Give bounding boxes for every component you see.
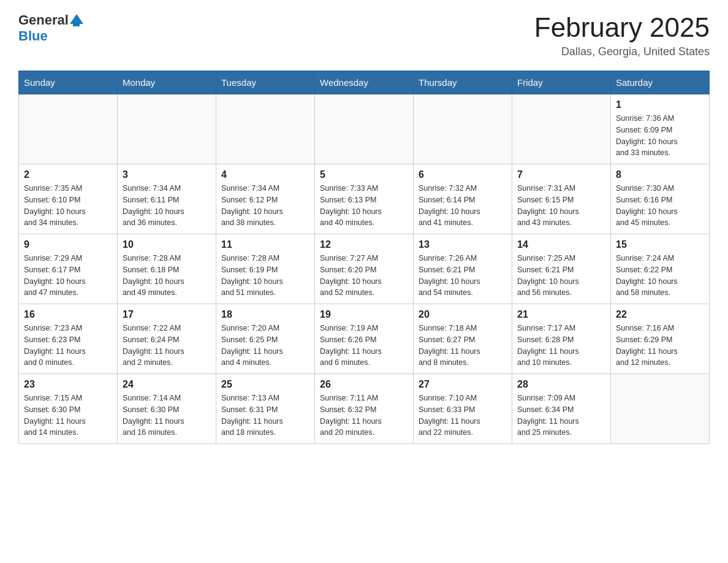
day-number: 2 [24,169,112,180]
day-info: Sunrise: 7:14 AM Sunset: 6:30 PM Dayligh… [123,393,211,439]
day-number: 13 [419,239,507,250]
calendar-cell: 13Sunrise: 7:26 AM Sunset: 6:21 PM Dayli… [414,234,512,304]
calendar-cell: 18Sunrise: 7:20 AM Sunset: 6:25 PM Dayli… [216,304,315,374]
calendar-cell: 26Sunrise: 7:11 AM Sunset: 6:32 PM Dayli… [315,374,414,444]
calendar-cell: 20Sunrise: 7:18 AM Sunset: 6:27 PM Dayli… [414,304,512,374]
calendar-cell: 28Sunrise: 7:09 AM Sunset: 6:34 PM Dayli… [512,374,611,444]
day-info: Sunrise: 7:20 AM Sunset: 6:25 PM Dayligh… [221,323,309,369]
day-number: 10 [123,239,211,250]
day-info: Sunrise: 7:35 AM Sunset: 6:10 PM Dayligh… [24,183,112,229]
calendar-cell: 10Sunrise: 7:28 AM Sunset: 6:18 PM Dayli… [118,234,216,304]
logo-triangle-icon [70,13,83,26]
day-number: 22 [616,309,704,320]
title-area: February 2025 Dallas, Georgia, United St… [534,12,710,58]
day-number: 20 [419,309,507,320]
day-number: 19 [320,309,408,320]
svg-marker-1 [73,24,80,26]
day-info: Sunrise: 7:34 AM Sunset: 6:11 PM Dayligh… [123,183,211,229]
calendar-week-row: 23Sunrise: 7:15 AM Sunset: 6:30 PM Dayli… [19,374,710,444]
calendar-cell: 4Sunrise: 7:34 AM Sunset: 6:12 PM Daylig… [216,164,315,234]
calendar-cell: 8Sunrise: 7:30 AM Sunset: 6:16 PM Daylig… [611,164,710,234]
calendar-cell [19,94,118,164]
day-of-week-header: Monday [118,71,216,94]
day-info: Sunrise: 7:24 AM Sunset: 6:22 PM Dayligh… [616,253,704,299]
day-number: 26 [320,379,408,390]
day-number: 12 [320,239,408,250]
page-header: General Blue February 2025 Dallas, Georg… [18,12,710,58]
calendar-week-row: 1Sunrise: 7:36 AM Sunset: 6:09 PM Daylig… [19,94,710,164]
calendar-cell [611,374,710,444]
calendar-cell [512,94,611,164]
day-info: Sunrise: 7:11 AM Sunset: 6:32 PM Dayligh… [320,393,408,439]
calendar-cell: 3Sunrise: 7:34 AM Sunset: 6:11 PM Daylig… [118,164,216,234]
day-info: Sunrise: 7:33 AM Sunset: 6:13 PM Dayligh… [320,183,408,229]
day-number: 27 [419,379,507,390]
day-info: Sunrise: 7:17 AM Sunset: 6:28 PM Dayligh… [517,323,605,369]
day-info: Sunrise: 7:18 AM Sunset: 6:27 PM Dayligh… [419,323,507,369]
day-info: Sunrise: 7:26 AM Sunset: 6:21 PM Dayligh… [419,253,507,299]
calendar-cell: 27Sunrise: 7:10 AM Sunset: 6:33 PM Dayli… [414,374,512,444]
day-number: 3 [123,169,211,180]
calendar-cell: 15Sunrise: 7:24 AM Sunset: 6:22 PM Dayli… [611,234,710,304]
day-info: Sunrise: 7:25 AM Sunset: 6:21 PM Dayligh… [517,253,605,299]
calendar-cell [118,94,216,164]
day-info: Sunrise: 7:29 AM Sunset: 6:17 PM Dayligh… [24,253,112,299]
logo-general-text: General [18,12,69,28]
month-title: February 2025 [534,12,710,43]
calendar-cell: 5Sunrise: 7:33 AM Sunset: 6:13 PM Daylig… [315,164,414,234]
day-of-week-header: Wednesday [315,71,414,94]
day-number: 6 [419,169,507,180]
calendar-cell: 2Sunrise: 7:35 AM Sunset: 6:10 PM Daylig… [19,164,118,234]
calendar-cell: 7Sunrise: 7:31 AM Sunset: 6:15 PM Daylig… [512,164,611,234]
calendar-header-row: SundayMondayTuesdayWednesdayThursdayFrid… [19,71,710,94]
day-info: Sunrise: 7:28 AM Sunset: 6:18 PM Dayligh… [123,253,211,299]
day-info: Sunrise: 7:10 AM Sunset: 6:33 PM Dayligh… [419,393,507,439]
location-title: Dallas, Georgia, United States [534,45,710,58]
day-info: Sunrise: 7:09 AM Sunset: 6:34 PM Dayligh… [517,393,605,439]
day-info: Sunrise: 7:13 AM Sunset: 6:31 PM Dayligh… [221,393,309,439]
calendar-cell: 1Sunrise: 7:36 AM Sunset: 6:09 PM Daylig… [611,94,710,164]
day-info: Sunrise: 7:36 AM Sunset: 6:09 PM Dayligh… [616,113,704,159]
day-number: 4 [221,169,309,180]
day-info: Sunrise: 7:31 AM Sunset: 6:15 PM Dayligh… [517,183,605,229]
svg-marker-0 [70,14,83,24]
calendar-cell: 25Sunrise: 7:13 AM Sunset: 6:31 PM Dayli… [216,374,315,444]
calendar-cell [414,94,512,164]
day-info: Sunrise: 7:15 AM Sunset: 6:30 PM Dayligh… [24,393,112,439]
calendar-cell: 24Sunrise: 7:14 AM Sunset: 6:30 PM Dayli… [118,374,216,444]
day-info: Sunrise: 7:19 AM Sunset: 6:26 PM Dayligh… [320,323,408,369]
calendar-cell: 22Sunrise: 7:16 AM Sunset: 6:29 PM Dayli… [611,304,710,374]
calendar-cell: 11Sunrise: 7:28 AM Sunset: 6:19 PM Dayli… [216,234,315,304]
day-info: Sunrise: 7:34 AM Sunset: 6:12 PM Dayligh… [221,183,309,229]
calendar-cell: 17Sunrise: 7:22 AM Sunset: 6:24 PM Dayli… [118,304,216,374]
day-info: Sunrise: 7:28 AM Sunset: 6:19 PM Dayligh… [221,253,309,299]
calendar-cell: 14Sunrise: 7:25 AM Sunset: 6:21 PM Dayli… [512,234,611,304]
calendar-cell: 9Sunrise: 7:29 AM Sunset: 6:17 PM Daylig… [19,234,118,304]
day-number: 17 [123,309,211,320]
day-number: 16 [24,309,112,320]
calendar-cell: 6Sunrise: 7:32 AM Sunset: 6:14 PM Daylig… [414,164,512,234]
calendar-cell: 12Sunrise: 7:27 AM Sunset: 6:20 PM Dayli… [315,234,414,304]
day-number: 28 [517,379,605,390]
day-number: 18 [221,309,309,320]
calendar-table: SundayMondayTuesdayWednesdayThursdayFrid… [18,71,710,444]
calendar-cell: 16Sunrise: 7:23 AM Sunset: 6:23 PM Dayli… [19,304,118,374]
day-number: 7 [517,169,605,180]
calendar-cell: 21Sunrise: 7:17 AM Sunset: 6:28 PM Dayli… [512,304,611,374]
day-number: 15 [616,239,704,250]
day-of-week-header: Sunday [19,71,118,94]
day-number: 24 [123,379,211,390]
calendar-cell: 19Sunrise: 7:19 AM Sunset: 6:26 PM Dayli… [315,304,414,374]
calendar-week-row: 16Sunrise: 7:23 AM Sunset: 6:23 PM Dayli… [19,304,710,374]
day-number: 9 [24,239,112,250]
day-info: Sunrise: 7:22 AM Sunset: 6:24 PM Dayligh… [123,323,211,369]
day-of-week-header: Tuesday [216,71,315,94]
logo-blue-text: Blue [18,28,48,44]
calendar-week-row: 9Sunrise: 7:29 AM Sunset: 6:17 PM Daylig… [19,234,710,304]
day-info: Sunrise: 7:27 AM Sunset: 6:20 PM Dayligh… [320,253,408,299]
day-of-week-header: Friday [512,71,611,94]
calendar-cell [216,94,315,164]
day-info: Sunrise: 7:32 AM Sunset: 6:14 PM Dayligh… [419,183,507,229]
day-number: 25 [221,379,309,390]
day-number: 5 [320,169,408,180]
